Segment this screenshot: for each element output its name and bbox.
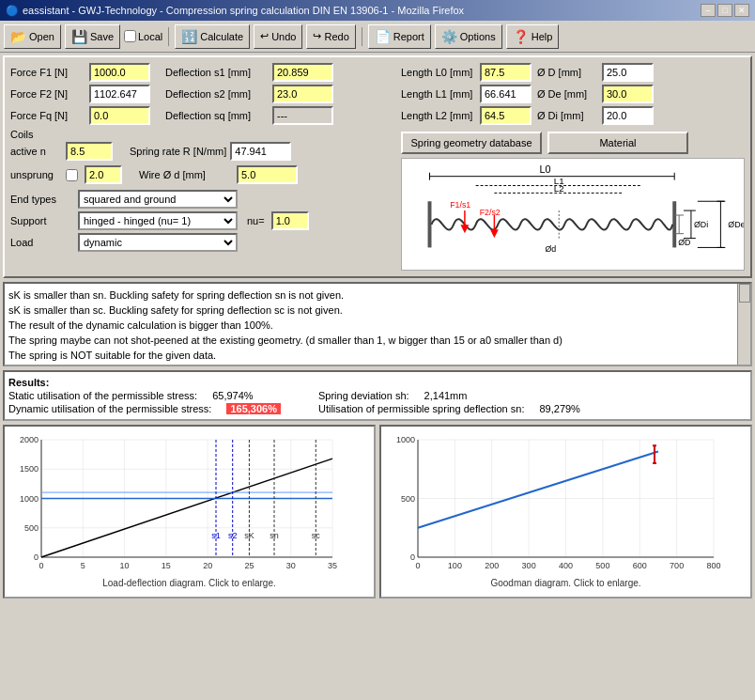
redo-button[interactable]: ↪ Redo (306, 24, 355, 49)
length-l2-label: Length L2 [mm] (401, 110, 476, 121)
goodman-title[interactable]: Goodman diagram. Click to enlarge. (385, 578, 747, 588)
diam-di-row: Ø Di [mm] (537, 106, 654, 125)
left-inputs: Force F1 [N] Deflection s1 [mm] Force F2… (10, 63, 395, 271)
load-row: Load dynamic (10, 233, 395, 252)
goodman-chart[interactable]: Goodman diagram. Click to enlarge. (379, 425, 752, 599)
charts-row: Load-deflection diagram. Click to enlarg… (3, 425, 752, 599)
toolbar: 📂 Open 💾 Save Local 🔢 Calculate ↩ Undo ↪… (0, 21, 755, 53)
separator-2 (362, 27, 362, 46)
open-button[interactable]: 📂 Open (4, 24, 61, 49)
title-bar: 🔵 eassistant - GWJ-Technology - Compress… (0, 0, 755, 21)
defl-s2-label: Deflection s2 [mm] (165, 88, 269, 100)
load-deflection-canvas[interactable] (8, 430, 356, 576)
length-l0-label: Length L0 [mm] (401, 67, 476, 78)
warning-1: sK is smaller than sn. Buckling safety f… (8, 288, 747, 303)
input-panel: Force F1 [N] Deflection s1 [mm] Force F2… (3, 55, 752, 278)
coils-unsprung-checkbox[interactable] (66, 169, 78, 181)
warnings-scrollbar[interactable] (737, 284, 750, 365)
coils-active-label: active n (10, 146, 62, 157)
warning-2: sK is smaller than sc. Buckling safety f… (8, 303, 747, 318)
report-button[interactable]: 📄 Report (368, 24, 431, 49)
minimize-button[interactable]: – (701, 4, 716, 17)
length-l2-input[interactable] (480, 106, 532, 125)
deviation-value: 2,141mm (424, 390, 468, 401)
window-title: eassistant - GWJ-Technology - Compressio… (23, 5, 464, 16)
load-select[interactable]: dynamic (78, 233, 238, 252)
report-icon: 📄 (375, 29, 391, 44)
force-f2-label: Force F2 [N] (10, 88, 85, 100)
force-fq-input[interactable] (89, 106, 150, 125)
end-types-select[interactable]: squared and ground (78, 190, 238, 209)
coils-active-input[interactable] (66, 142, 113, 161)
static-result-row: Static utilisation of the permissible st… (8, 389, 281, 402)
material-button[interactable]: Material (547, 132, 688, 154)
close-button[interactable]: ✕ (734, 4, 749, 17)
utilisation-result-row: Utilisation of permissible spring deflec… (318, 402, 580, 415)
calculate-button[interactable]: 🔢 Calculate (175, 24, 250, 49)
results-title: Results: (8, 377, 49, 388)
coils-unsprung-input[interactable] (85, 165, 122, 184)
diam-d-label: Ø D [mm] (537, 67, 598, 78)
diam-di-input (602, 106, 654, 125)
help-button[interactable]: ❓ Help (506, 24, 560, 49)
support-row: Support hinged - hinged (nu= 1) nu= (10, 211, 395, 230)
local-checkbox[interactable] (124, 30, 136, 42)
dynamic-value: 165,306% (226, 403, 281, 414)
warning-3: The result of the dynamic calculation is… (8, 318, 747, 333)
length-l0-row: Length L0 [mm] (401, 63, 532, 82)
diam-d-input (602, 63, 654, 82)
spring-geometry-button[interactable]: Spring geometry database (401, 132, 542, 154)
force-f2-input[interactable] (89, 85, 150, 103)
save-button[interactable]: 💾 Save (65, 24, 120, 49)
coils-unsprung-row: unsprung Wire Ø d [mm] (10, 165, 298, 184)
svg-text:F1/s1: F1/s1 (450, 200, 470, 210)
separator-1 (168, 27, 169, 46)
length-l0-input[interactable] (480, 63, 532, 82)
results-panel: Results: Static utilisation of the permi… (3, 370, 752, 421)
undo-icon: ↩ (260, 30, 269, 42)
diam-de-input[interactable] (602, 85, 654, 103)
defl-s1-input[interactable] (272, 63, 333, 82)
defl-sq-label: Deflection sq [mm] (165, 110, 269, 121)
svg-text:ØDe: ØDe (728, 220, 744, 229)
defl-sq-input (272, 106, 333, 125)
diam-de-row: Ø De [mm] (537, 85, 654, 103)
force-f1-input[interactable] (89, 63, 150, 82)
load-deflection-chart[interactable]: Load-deflection diagram. Click to enlarg… (3, 425, 376, 599)
support-label: Support (10, 215, 74, 226)
force-fq-row: Force Fq [N] Deflection sq [mm] (10, 106, 395, 125)
calculate-icon: 🔢 (181, 29, 197, 44)
coils-label: Coils (10, 129, 298, 140)
warning-4: The spring maybe can not shot-peened at … (8, 333, 747, 348)
nu-input[interactable] (271, 211, 309, 230)
coils-section: Coils active n Spring rate R [N/mm] unsp… (10, 129, 395, 187)
help-icon: ❓ (513, 29, 529, 44)
maximize-button[interactable]: □ (717, 4, 732, 17)
force-fq-label: Force Fq [N] (10, 110, 85, 121)
defl-s2-input[interactable] (272, 85, 333, 103)
support-select[interactable]: hinged - hinged (nu= 1) (78, 211, 238, 230)
warning-5: The spring is NOT suitable for the given… (8, 348, 747, 363)
options-button[interactable]: ⚙️ Options (435, 24, 502, 49)
spring-svg: L0 L1 L2 (402, 159, 744, 271)
wire-diam-input[interactable] (237, 165, 298, 184)
undo-button[interactable]: ↩ Undo (254, 24, 302, 49)
load-deflection-title[interactable]: Load-deflection diagram. Click to enlarg… (8, 578, 370, 588)
svg-text:L2: L2 (554, 183, 564, 194)
svg-rect-9 (428, 201, 432, 247)
defl-s1-label: Deflection s1 [mm] (165, 67, 269, 78)
diam-di-label: Ø Di [mm] (537, 110, 598, 121)
diam-de-label: Ø De [mm] (537, 88, 598, 100)
results-left: Static utilisation of the permissible st… (8, 389, 281, 415)
dynamic-label: Dynamic utilisation of the permissible s… (8, 403, 211, 414)
diam-d-row: Ø D [mm] (537, 63, 654, 82)
goodman-canvas[interactable] (385, 430, 732, 576)
lengths-col: Length L0 [mm] Length L1 [mm] Length L2 … (401, 63, 532, 128)
end-types-row: End types squared and ground (10, 190, 395, 209)
load-label: Load (10, 237, 74, 248)
warnings-panel: sK is smaller than sn. Buckling safety f… (3, 282, 752, 366)
length-l1-label: Length L1 [mm] (401, 88, 476, 100)
spring-diagram: L0 L1 L2 (401, 158, 745, 271)
app-icon: 🔵 (6, 5, 19, 17)
dynamic-result-row: Dynamic utilisation of the permissible s… (8, 402, 281, 415)
